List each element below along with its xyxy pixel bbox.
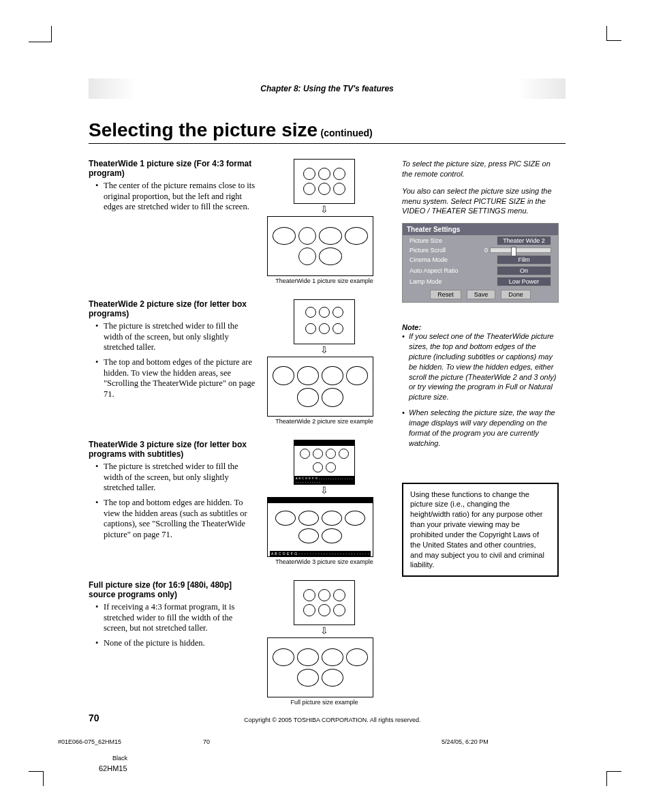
menu-row-label: Cinema Mode [409,256,448,263]
tw2-before-diagram [294,299,355,344]
menu-save-button: Save [467,290,496,299]
page-title: Selecting the picture size (continued) [89,119,566,141]
footer-page2: 70 [203,738,210,745]
menu-done-button: Done [501,290,531,299]
picture-scroll-slider [490,247,551,253]
down-arrow-icon: ⇩ [267,205,382,215]
menu-row-value: Film [497,255,551,265]
tw3-after-diagram: A B C D E F G - - - - - - - - - - - - - … [267,497,373,557]
title-continued: (continued) [321,127,373,138]
menu-row-label: Auto Aspect Ratio [409,267,459,274]
slider-left-value: 0 [484,247,488,254]
full-before-diagram [294,580,355,625]
sidebar-intro2: You also can select the picture size usi… [402,186,559,217]
tw3-before-diagram: A B C D E F G - - - - - - - - - - - - - … [294,440,355,485]
section1-heading: TheaterWide 1 picture size (For 4:3 form… [89,159,258,178]
tw1-before-diagram [294,159,355,204]
section2-bullet2: The top and bottom edges of the picture … [104,357,258,400]
section3-bullet2: The top and bottom edges are hidden. To … [104,498,258,541]
section4-heading: Full picture size (for 16:9 [480i, 480p]… [89,580,258,599]
note-item2: When selecting the picture size, the way… [409,408,559,448]
footer-filename: #01E066-075_62HM15 [58,738,121,745]
footer-model: 62HM15 [58,764,603,772]
sidebar-intro1: To select the picture size, press PIC SI… [402,159,559,179]
title-rule [89,143,566,144]
section2-bullet1: The picture is stretched wider to fill t… [104,321,258,353]
down-arrow-icon: ⇩ [267,627,382,636]
tw2-caption: TheaterWide 2 picture size example [267,418,382,425]
section1-bullet: The center of the picture remains close … [104,181,258,213]
copyright-warning-box: Using these functions to change the pict… [402,483,559,577]
title-main: Selecting the picture size [89,119,318,140]
theater-settings-menu: Theater Settings Picture SizeTheater Wid… [402,223,559,303]
section4-bullet2: None of the picture is hidden. [104,638,258,649]
menu-reset-button: Reset [430,290,461,299]
tw3-caption: TheaterWide 3 picture size example [267,558,382,565]
menu-row-label: Picture Size [409,237,442,244]
menu-row-value: Theater Wide 2 [497,236,551,245]
full-after-diagram [267,637,373,697]
section2-heading: TheaterWide 2 picture size (for letter b… [89,299,258,318]
footer-color: Black [58,755,603,762]
tw1-caption: TheaterWide 1 picture size example [267,277,382,284]
down-arrow-icon: ⇩ [267,346,382,355]
tw1-after-diagram [267,216,373,276]
menu-row-value: Low Power [497,277,551,286]
subtitle-text-small: A B C D E F G - - - - - - - - - - - - - … [294,476,354,484]
menu-title: Theater Settings [403,224,558,235]
note-heading: Note: [402,323,559,331]
section4-bullet1: If receiving a 4:3 format program, it is… [104,602,258,634]
section3-bullet1: The picture is stretched wider to fill t… [104,462,258,494]
footer-timestamp: 5/24/05, 6:20 PM [442,738,489,745]
full-caption: Full picture size example [267,699,382,706]
menu-row-label: Picture Scroll [409,247,446,254]
note-item1: If you select one of the TheaterWide pic… [409,331,559,402]
menu-row-value: On [497,266,551,275]
section3-heading: TheaterWide 3 picture size (for letter b… [89,440,258,459]
menu-row-label: Lamp Mode [409,278,442,285]
tw2-after-diagram [267,357,373,417]
subtitle-text-large: A B C D E F G - - - - - - - - - - - - - … [270,551,371,556]
down-arrow-icon: ⇩ [267,486,382,496]
chapter-header: Chapter 8: Using the TV's features [89,78,566,99]
